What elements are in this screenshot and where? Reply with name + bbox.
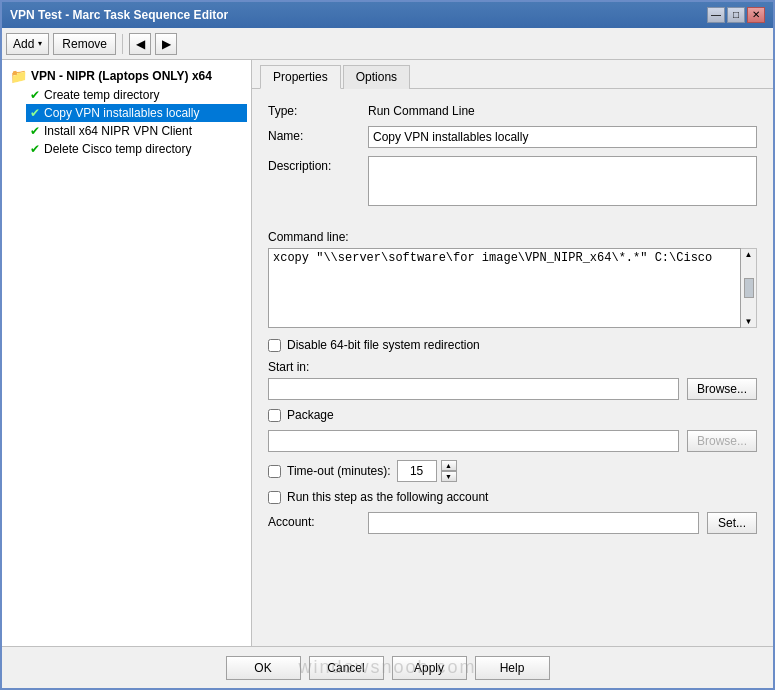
tree-item-2[interactable]: ✔ Install x64 NIPR VPN Client: [26, 122, 247, 140]
add-dropdown-arrow: ▾: [38, 39, 42, 48]
tree-item-label-2: Install x64 NIPR VPN Client: [44, 124, 192, 138]
scrollbar-down-icon[interactable]: ▼: [745, 317, 753, 326]
package-label: Package: [287, 408, 334, 422]
start-in-row: Browse...: [268, 378, 757, 400]
folder-icon: 📁: [10, 68, 27, 84]
package-row: Browse...: [268, 430, 757, 452]
start-in-label: Start in:: [268, 360, 757, 374]
name-label: Name:: [268, 126, 368, 143]
run-as-checkbox[interactable]: [268, 491, 281, 504]
tree: 📁 VPN - NIPR (Laptops ONLY) x64 ✔ Create…: [2, 64, 251, 160]
timeout-label: Time-out (minutes):: [287, 464, 391, 478]
command-line-row: ▲ ▼: [268, 248, 757, 328]
command-line-label: Command line:: [268, 230, 757, 244]
tree-item-3[interactable]: ✔ Delete Cisco temp directory: [26, 140, 247, 158]
browse-start-in-button[interactable]: Browse...: [687, 378, 757, 400]
tree-root-label: VPN - NIPR (Laptops ONLY) x64: [31, 69, 212, 83]
package-section: Package Browse...: [268, 408, 757, 452]
remove-button[interactable]: Remove: [53, 33, 116, 55]
toolbar: Add ▾ Remove ◀ ▶: [2, 28, 773, 60]
timeout-spinner-buttons: ▲ ▼: [441, 460, 457, 482]
check-icon-3: ✔: [30, 142, 40, 156]
right-panel: Properties Options Type: Run Command Lin…: [252, 60, 773, 646]
title-bar: VPN Test - Marc Task Sequence Editor — □…: [2, 2, 773, 28]
tabs: Properties Options: [252, 60, 773, 89]
left-panel: 📁 VPN - NIPR (Laptops ONLY) x64 ✔ Create…: [2, 60, 252, 646]
type-value: Run Command Line: [368, 101, 757, 118]
account-row: Account: Set...: [268, 512, 757, 534]
ok-button[interactable]: OK: [226, 656, 301, 680]
account-label: Account:: [268, 512, 368, 529]
window-title: VPN Test - Marc Task Sequence Editor: [10, 8, 228, 22]
tree-root-item[interactable]: 📁 VPN - NIPR (Laptops ONLY) x64: [6, 66, 247, 86]
type-label: Type:: [268, 101, 368, 118]
scrollbar-up-icon[interactable]: ▲: [745, 250, 753, 259]
tree-item-label-1: Copy VPN installables locally: [44, 106, 199, 120]
name-input[interactable]: [368, 126, 757, 148]
bottom-bar: OK Cancel Apply Help windowsnoob.com: [2, 646, 773, 688]
cancel-button[interactable]: Cancel: [309, 656, 384, 680]
tree-children: ✔ Create temp directory ✔ Copy VPN insta…: [26, 86, 247, 158]
timeout-value-input[interactable]: [397, 460, 437, 482]
timeout-checkbox[interactable]: [268, 465, 281, 478]
tab-options[interactable]: Options: [343, 65, 410, 89]
minimize-button[interactable]: —: [707, 7, 725, 23]
tree-item-label-0: Create temp directory: [44, 88, 159, 102]
set-button[interactable]: Set...: [707, 512, 757, 534]
maximize-button[interactable]: □: [727, 7, 745, 23]
move-up-button[interactable]: ◀: [129, 33, 151, 55]
package-input[interactable]: [268, 430, 679, 452]
start-in-input[interactable]: [268, 378, 679, 400]
tree-item-0[interactable]: ✔ Create temp directory: [26, 86, 247, 104]
tree-item-1[interactable]: ✔ Copy VPN installables locally: [26, 104, 247, 122]
move-down-button[interactable]: ▶: [155, 33, 177, 55]
apply-button[interactable]: Apply: [392, 656, 467, 680]
name-row: Name:: [268, 126, 757, 148]
close-button[interactable]: ✕: [747, 7, 765, 23]
run-as-label: Run this step as the following account: [287, 490, 488, 504]
disable-64bit-row: Disable 64-bit file system redirection: [268, 338, 757, 352]
run-as-row: Run this step as the following account: [268, 490, 757, 504]
add-button[interactable]: Add ▾: [6, 33, 49, 55]
timeout-row: Time-out (minutes): ▲ ▼: [268, 460, 757, 482]
disable-64bit-label: Disable 64-bit file system redirection: [287, 338, 480, 352]
main-window: VPN Test - Marc Task Sequence Editor — □…: [0, 0, 775, 690]
timeout-decrement-button[interactable]: ▼: [441, 471, 457, 482]
toolbar-separator: [122, 34, 123, 54]
help-button[interactable]: Help: [475, 656, 550, 680]
check-icon-0: ✔: [30, 88, 40, 102]
command-line-input[interactable]: [268, 248, 741, 328]
timeout-spinner: ▲ ▼: [397, 460, 457, 482]
account-input[interactable]: [368, 512, 699, 534]
start-in-section: Start in: Browse...: [268, 360, 757, 400]
description-row: Description:: [268, 156, 757, 206]
timeout-increment-button[interactable]: ▲: [441, 460, 457, 471]
description-label: Description:: [268, 156, 368, 173]
package-checkbox-row: Package: [268, 408, 757, 422]
browse-package-button[interactable]: Browse...: [687, 430, 757, 452]
tree-item-label-3: Delete Cisco temp directory: [44, 142, 191, 156]
check-icon-2: ✔: [30, 124, 40, 138]
package-checkbox[interactable]: [268, 409, 281, 422]
description-input[interactable]: [368, 156, 757, 206]
main-content: 📁 VPN - NIPR (Laptops ONLY) x64 ✔ Create…: [2, 60, 773, 646]
scrollbar-thumb: [744, 278, 754, 298]
title-bar-buttons: — □ ✕: [707, 7, 765, 23]
disable-64bit-checkbox[interactable]: [268, 339, 281, 352]
properties-panel: Type: Run Command Line Name: Description…: [252, 89, 773, 646]
check-icon-1: ✔: [30, 106, 40, 120]
type-row: Type: Run Command Line: [268, 101, 757, 118]
account-field: Set...: [368, 512, 757, 534]
tab-properties[interactable]: Properties: [260, 65, 341, 89]
